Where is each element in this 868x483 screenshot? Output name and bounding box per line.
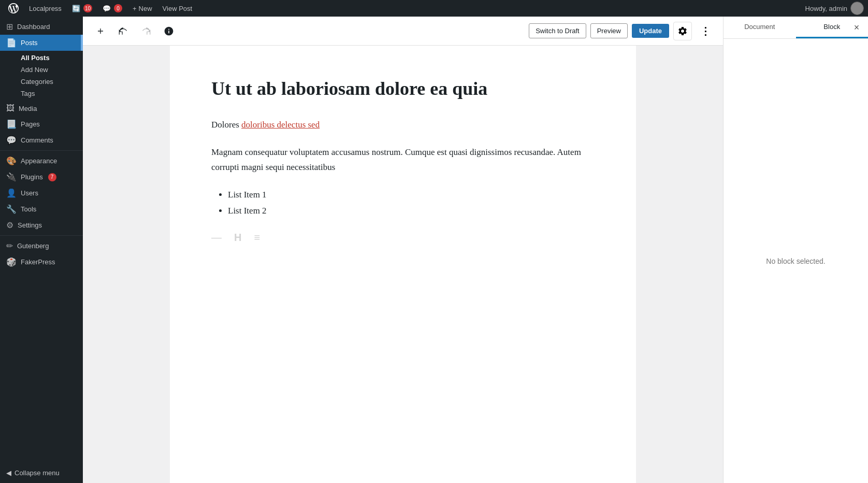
sidebar-section-main: ⊞ Dashboard 📄 Posts All Posts Add New Ca… (0, 17, 83, 272)
sidebar-item-fakerpress[interactable]: 🎲 FakerPress (0, 254, 83, 270)
post-paragraph-1[interactable]: Dolores doloribus delectus sed (211, 118, 595, 133)
dashboard-icon: ⊞ (6, 22, 13, 32)
sidebar-item-posts[interactable]: 📄 Posts (0, 35, 83, 51)
list-item-1[interactable]: List Item 1 (228, 187, 595, 203)
collapse-menu[interactable]: ◀ Collapse menu (0, 463, 83, 483)
toolbar-right: Switch to Draft Preview Update ⋮ (529, 22, 715, 40)
tab-document[interactable]: Document (724, 17, 796, 38)
update-button[interactable]: Update (632, 24, 669, 38)
add-block-button[interactable] (91, 22, 110, 40)
sidebar: ⊞ Dashboard 📄 Posts All Posts Add New Ca… (0, 17, 83, 483)
sidebar-divider-2 (0, 235, 83, 236)
sidebar-item-label: Media (19, 105, 37, 112)
settings-gear-button[interactable] (673, 22, 692, 40)
editor-content-wrap[interactable]: Ut ut ab laboriosam dolore ea quia Dolor… (83, 46, 723, 483)
sidebar-item-label: Comments (21, 136, 53, 144)
posts-submenu: All Posts Add New Categories Tags (0, 51, 83, 101)
sidebar-item-label: Pages (21, 120, 40, 128)
sidebar-item-label: Posts (21, 39, 38, 47)
inserter-list-icon[interactable]: ≡ (254, 232, 260, 244)
sidebar-item-label: Settings (18, 221, 42, 229)
post-paragraph-2[interactable]: Magnam consequatur voluptatem accusamus … (211, 145, 595, 175)
sidebar-item-plugins[interactable]: 🔌 Plugins 7 (0, 169, 83, 185)
sidebar-item-tools[interactable]: 🔧 Tools (0, 201, 83, 217)
no-block-selected-text: No block selected. (766, 257, 825, 265)
gutenberg-icon: ✏ (6, 241, 13, 251)
wordpress-logo[interactable] (4, 0, 23, 17)
right-panel: Document Block × No block selected. (723, 17, 868, 483)
post-title[interactable]: Ut ut ab laboriosam dolore ea quia (211, 77, 595, 101)
collapse-arrow-icon: ◀ (6, 469, 11, 477)
more-options-button[interactable]: ⋮ (696, 22, 715, 40)
preview-button[interactable]: Preview (590, 23, 628, 38)
admin-bar-view-post[interactable]: View Post (158, 0, 197, 17)
redo-button[interactable] (137, 22, 155, 40)
admin-bar-site-name[interactable]: Localpress (25, 0, 66, 17)
sidebar-item-comments[interactable]: 💬 Comments (0, 132, 83, 148)
sidebar-divider-1 (0, 150, 83, 151)
sidebar-item-label: Appearance (21, 157, 57, 165)
post-list[interactable]: List Item 1 List Item 2 (211, 187, 595, 219)
list-item-2[interactable]: List Item 2 (228, 203, 595, 219)
panel-content: No block selected. (724, 39, 868, 483)
sidebar-item-label: Tools (21, 205, 36, 213)
posts-icon: 📄 (6, 38, 17, 48)
admin-bar-right: Howdy, admin (805, 2, 864, 15)
sidebar-item-label: Users (21, 189, 38, 197)
avatar (850, 2, 864, 15)
editor-inserter-row: — H ≡ (211, 232, 595, 244)
undo-button[interactable] (114, 22, 133, 40)
sidebar-subitem-categories[interactable]: Categories (15, 76, 83, 88)
panel-tabs: Document Block × (724, 17, 868, 39)
sidebar-item-label: FakerPress (21, 258, 55, 266)
admin-bar-new[interactable]: + New (128, 0, 156, 17)
sidebar-item-pages[interactable]: 📃 Pages (0, 116, 83, 132)
tools-icon: 🔧 (6, 204, 17, 214)
sidebar-item-label: Plugins (21, 173, 43, 181)
users-icon: 👤 (6, 188, 17, 198)
appearance-icon: 🎨 (6, 156, 17, 166)
comments-badge: 0 (114, 4, 122, 12)
sidebar-item-media[interactable]: 🖼 Media (0, 101, 83, 116)
sidebar-item-label: Dashboard (17, 23, 50, 31)
main-layout: ⊞ Dashboard 📄 Posts All Posts Add New Ca… (0, 17, 868, 483)
sidebar-subitem-all-posts[interactable]: All Posts (15, 52, 83, 64)
settings-icon: ⚙ (6, 220, 13, 230)
editor-toolbar: Switch to Draft Preview Update ⋮ (83, 17, 723, 46)
info-button[interactable] (160, 22, 178, 40)
post-link-1[interactable]: doloribus delectus sed (241, 120, 320, 130)
switch-to-draft-button[interactable]: Switch to Draft (529, 23, 586, 38)
panel-close-button[interactable]: × (849, 20, 864, 35)
media-icon: 🖼 (6, 104, 15, 113)
plugins-icon: 🔌 (6, 172, 17, 182)
fakerpress-icon: 🎲 (6, 257, 17, 267)
updates-badge: 10 (83, 4, 92, 12)
sidebar-subitem-add-new[interactable]: Add New (15, 64, 83, 76)
sidebar-item-dashboard[interactable]: ⊞ Dashboard (0, 19, 83, 35)
admin-bar: Localpress 🔄 10 💬 0 + New View Post Howd… (0, 0, 868, 17)
plugins-badge: 7 (48, 173, 56, 181)
comments-icon: 💬 (6, 135, 17, 145)
sidebar-item-label: Gutenberg (17, 242, 49, 250)
sidebar-item-appearance[interactable]: 🎨 Appearance (0, 153, 83, 169)
sidebar-subitem-tags[interactable]: Tags (15, 88, 83, 100)
inserter-separator-icon[interactable]: — (211, 232, 222, 244)
howdy-text: Howdy, admin (805, 2, 864, 15)
editor-area: Switch to Draft Preview Update ⋮ Ut ut a… (83, 17, 723, 483)
pages-icon: 📃 (6, 119, 17, 129)
sidebar-item-gutenberg[interactable]: ✏ Gutenberg (0, 238, 83, 254)
inserter-heading-icon[interactable]: H (234, 232, 241, 244)
sidebar-item-settings[interactable]: ⚙ Settings (0, 217, 83, 233)
editor-content: Ut ut ab laboriosam dolore ea quia Dolor… (170, 46, 636, 483)
sidebar-item-users[interactable]: 👤 Users (0, 185, 83, 201)
admin-bar-updates[interactable]: 🔄 10 (68, 0, 96, 17)
admin-bar-comments[interactable]: 💬 0 (98, 0, 126, 17)
